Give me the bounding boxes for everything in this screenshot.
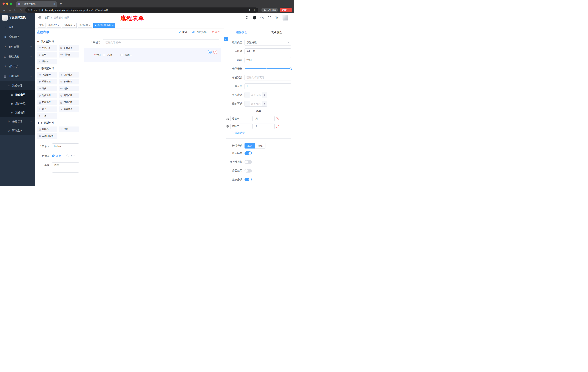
checkbox-option[interactable]: 选项一 xyxy=(103,53,115,57)
forward-button[interactable]: → xyxy=(7,8,12,12)
github-button[interactable] xyxy=(253,16,256,20)
minimize-window-button[interactable] xyxy=(6,2,8,5)
font-size-button[interactable]: TT xyxy=(275,16,278,19)
sidebar-item-payment[interactable]: ¥支付管理∨ xyxy=(0,42,35,52)
phone-input[interactable] xyxy=(103,39,219,46)
browser-tab[interactable]: 芋道管理系统 × xyxy=(16,1,57,7)
increase-button[interactable]: + xyxy=(262,92,267,98)
palette-item[interactable]: ◷时间选择 xyxy=(37,93,57,98)
tag-首页[interactable]: 首页 xyxy=(38,23,45,28)
close-icon[interactable]: × xyxy=(74,24,75,26)
update-button[interactable]: 更新 ⋮ xyxy=(280,8,292,12)
sidebar-item-user-group[interactable]: ☻用户分组 xyxy=(0,99,35,108)
fullscreen-button[interactable] xyxy=(268,16,271,19)
tag-流程表单[interactable]: 流程表单× xyxy=(78,23,92,28)
decrease-button[interactable]: − xyxy=(245,92,250,98)
close-icon[interactable]: × xyxy=(89,24,91,26)
sidebar-item-task-management[interactable]: ⚐任务管理∨ xyxy=(0,117,35,126)
palette-item[interactable]: ✎编辑器 xyxy=(37,59,57,64)
palette-item[interactable]: ⊸开关 xyxy=(37,86,57,91)
tag-流程表单-编辑[interactable]: 流程表单-编辑× xyxy=(93,23,115,28)
password-key-icon[interactable]: ⚷ xyxy=(249,9,250,11)
form-canvas[interactable]: 手机号性别选项一选项二 xyxy=(81,36,224,186)
title-input[interactable] xyxy=(244,57,291,63)
browser-home-button[interactable]: ⌂ xyxy=(18,8,23,12)
palette-item[interactable]: ▥日期范围 xyxy=(59,100,79,105)
default-value-input[interactable] xyxy=(244,83,291,89)
option-label-input[interactable] xyxy=(230,116,252,121)
label-width-input[interactable] xyxy=(244,74,291,80)
view-json-button[interactable]: 查看json xyxy=(192,30,207,34)
palette-item[interactable]: ▦日期选择 xyxy=(37,100,57,105)
canvas-field-phone[interactable]: 手机号 xyxy=(84,39,221,46)
drag-handle-icon[interactable] xyxy=(226,117,229,120)
new-tab-button[interactable]: + xyxy=(60,2,62,5)
palette-item[interactable]: ▤多行文本 xyxy=(59,45,79,51)
delete-widget-button[interactable] xyxy=(213,50,217,54)
option-style-按钮[interactable]: 按钮 xyxy=(255,143,265,149)
close-icon[interactable]: × xyxy=(58,24,60,26)
close-window-button[interactable] xyxy=(2,2,5,5)
palette-item[interactable]: ⋔级联选择 xyxy=(59,72,79,77)
option-value-input[interactable] xyxy=(254,124,274,129)
sidebar-item-process-form[interactable]: ▣流程表单 xyxy=(0,90,35,99)
user-menu[interactable]: ▼ xyxy=(283,15,291,21)
tag-流程模型[interactable]: 流程模型× xyxy=(62,23,77,28)
sidebar-item-process-model[interactable]: ➤流程模型 xyxy=(0,108,35,117)
palette-item[interactable]: ◴时间范围 xyxy=(59,93,79,98)
bookmark-star-icon[interactable]: ☆ xyxy=(253,9,256,11)
add-option-button[interactable]: + 添加选项 xyxy=(231,131,291,135)
app-logo[interactable]: 芋道管理系统 xyxy=(0,13,35,22)
copy-widget-button[interactable] xyxy=(208,50,212,54)
sidebar-item-home[interactable]: ◔首页 xyxy=(0,22,35,32)
increase-button[interactable]: + xyxy=(262,101,267,106)
palette-item[interactable]: ◫行容器 xyxy=(37,127,57,132)
palette-item[interactable]: ▦表格[开发中] xyxy=(37,133,57,139)
address-bar[interactable]: ⚠ 不安全 | dashboard.yudao.iocoder.cn /bpm/… xyxy=(25,8,258,12)
field-name-input[interactable] xyxy=(244,48,291,54)
form-remark-textarea[interactable] xyxy=(52,162,79,172)
palette-item[interactable]: ◑颜色选择 xyxy=(59,106,79,112)
option-label-input[interactable] xyxy=(230,124,252,129)
tag-流程定义[interactable]: 流程定义× xyxy=(47,23,61,28)
remove-option-button[interactable]: − xyxy=(276,117,279,120)
tab-表单属性[interactable]: 表单属性 xyxy=(259,28,294,36)
drag-handle-icon[interactable] xyxy=(226,125,229,128)
status-off-radio[interactable]: 关闭 xyxy=(66,153,75,159)
palette-item[interactable]: 123计数器 xyxy=(59,52,79,57)
palette-item[interactable]: ▭单行文本 xyxy=(37,45,57,51)
sidebar-item-workflow[interactable]: ▦工作流程∧ xyxy=(0,71,35,81)
sidebar-item-leave-query[interactable]: ☺请假查询 xyxy=(0,126,35,135)
max-select-input[interactable] xyxy=(250,101,262,106)
option-style-默认[interactable]: 默认 xyxy=(244,143,255,149)
min-select-input[interactable] xyxy=(250,92,262,98)
help-button[interactable]: ? xyxy=(261,16,264,19)
sidebar-item-system[interactable]: ⚙系统管理∨ xyxy=(0,32,35,42)
back-button[interactable]: ← xyxy=(2,8,7,12)
sidebar-item-infrastructure[interactable]: ▤基础设施∨ xyxy=(0,52,35,62)
palette-item[interactable]: ⚷密码 xyxy=(37,52,57,57)
toggle-switch[interactable] xyxy=(244,178,252,181)
toggle-switch[interactable] xyxy=(244,151,252,155)
tab-组件属性[interactable]: 组件属性 xyxy=(224,28,259,36)
clipboard-button[interactable] xyxy=(224,37,228,41)
slider-handle[interactable] xyxy=(289,67,292,70)
save-button[interactable]: ✓ 保存 xyxy=(179,30,188,34)
search-button[interactable] xyxy=(245,16,249,19)
close-icon[interactable]: × xyxy=(112,24,114,26)
palette-item[interactable]: ⊶滑块 xyxy=(59,86,79,91)
decrease-button[interactable]: − xyxy=(245,101,250,106)
palette-item[interactable]: ☝按钮 xyxy=(59,127,79,132)
component-type-select[interactable]: 多选框组 ▾ xyxy=(244,40,291,45)
palette-item[interactable]: ☆评分 xyxy=(37,106,57,112)
toggle-switch[interactable] xyxy=(244,169,252,172)
collapse-sidebar-button[interactable] xyxy=(38,16,42,20)
reload-button[interactable]: ↻ xyxy=(13,8,18,12)
sidebar-item-process-management[interactable]: ≡流程管理∧ xyxy=(0,81,35,90)
palette-item[interactable]: ◉单选框组 xyxy=(37,79,57,85)
canvas-field-gender-selected[interactable]: 性别选项一选项二 xyxy=(84,48,221,62)
sidebar-item-devtools[interactable]: ⚒研发工具∨ xyxy=(0,62,35,71)
palette-item[interactable]: ↥上传 xyxy=(37,113,57,119)
close-tab-icon[interactable]: × xyxy=(53,2,55,5)
browser-menu-icon[interactable]: ⋮ xyxy=(288,9,290,11)
